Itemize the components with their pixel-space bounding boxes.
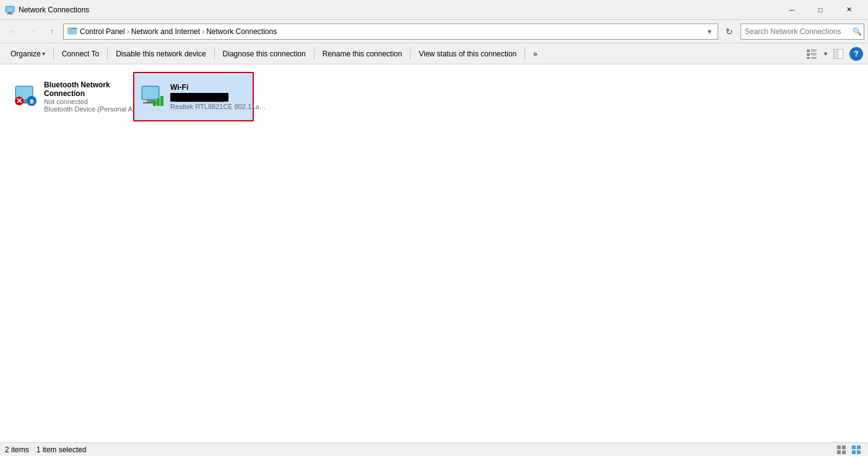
svg-rect-17 [834,50,838,58]
view-options-button[interactable] [803,46,820,62]
forward-button[interactable]: → [24,23,41,40]
connect-to-button[interactable]: Connect To [56,46,105,62]
view-options-chevron: ▾ [824,50,827,57]
address-path[interactable]: Control Panel › Network and Internet › N… [63,24,718,40]
svg-rect-11 [811,53,817,54]
rename-button[interactable]: Rename this connection [317,46,408,62]
toolbar-right: ▾ ? [803,46,863,62]
search-input[interactable] [740,24,864,40]
status-bar-right [835,443,863,457]
wifi-ssid-hidden: ██████████ [170,93,228,102]
diagnose-button[interactable]: Diagnose this connection [217,46,311,62]
svg-rect-2 [8,12,12,14]
svg-rect-10 [807,53,810,56]
toolbar-sep-4 [314,48,315,60]
app-icon [5,5,15,15]
svg-rect-33 [153,100,156,106]
address-bar: ← → ↑ Control Panel › Network and Intern… [0,20,868,43]
path-network-internet[interactable]: Network and Internet [131,27,200,36]
title-bar: Network Connections ─ □ ✕ [0,0,868,20]
refresh-button[interactable]: ↻ [721,24,738,40]
svg-rect-15 [811,58,817,59]
search-container: 🔍 [740,24,864,40]
bluetooth-connection-text: Bluetooth Network Connection Not connect… [44,81,140,113]
selected-label: 1 item selected [37,445,87,454]
svg-text:ʙ: ʙ [30,97,34,105]
svg-rect-8 [811,50,817,50]
wifi-name: Wi-Fi [170,83,266,92]
svg-rect-1 [6,7,14,12]
wifi-connection-item[interactable]: Wi-Fi ██████████ Realtek RTL8821CE 802.1… [133,72,254,121]
status-view-btn-2[interactable] [849,443,863,457]
items-count: 2 items [5,445,29,454]
svg-rect-31 [157,99,160,106]
toolbar: Organize ▾ Connect To Disable this netwo… [0,43,868,64]
bluetooth-name: Bluetooth Network Connection [44,81,140,98]
path-network-connections[interactable]: Network Connections [206,27,277,36]
main-content: ʙ ✕ Bluetooth Network Connection Not con… [0,64,868,442]
bluetooth-computer-icon: ʙ ✕ [13,85,39,108]
toolbar-sep-3 [214,48,215,60]
up-button[interactable]: ↑ [43,23,61,40]
back-button[interactable]: ← [4,23,21,40]
close-button[interactable]: ✕ [835,0,863,20]
svg-rect-12 [811,55,817,55]
status-view-btn-1[interactable] [835,443,848,457]
preview-pane-button[interactable] [830,46,847,62]
path-control-panel[interactable]: Control Panel [80,27,125,36]
svg-rect-37 [842,450,846,454]
minimize-button[interactable]: ─ [778,0,806,20]
svg-rect-13 [807,57,810,59]
bluetooth-device: Bluetooth Device (Personal Area ... [44,105,140,113]
svg-rect-9 [811,51,817,51]
organize-button[interactable]: Organize ▾ [5,46,51,62]
svg-rect-36 [837,450,841,454]
svg-rect-3 [7,14,13,14]
disable-button[interactable]: Disable this network device [110,46,211,62]
toolbar-sep-5 [410,48,410,60]
wifi-icon-area [139,84,165,109]
wifi-computer-icon [139,85,165,108]
view-status-button[interactable]: View status of this connection [413,46,522,62]
svg-rect-40 [852,450,856,454]
path-dropdown-icon[interactable]: ▾ [705,27,714,36]
svg-rect-18 [839,50,843,58]
search-icon[interactable]: 🔍 [853,27,862,36]
svg-text:✕: ✕ [16,97,22,105]
svg-rect-35 [842,445,846,449]
maximize-button[interactable]: □ [806,0,835,20]
svg-rect-6 [67,28,72,30]
svg-rect-32 [160,96,163,106]
connections-area: ʙ ✕ Bluetooth Network Connection Not con… [0,64,868,442]
toolbar-sep-6 [524,48,525,60]
window-controls: ─ □ ✕ [778,0,863,20]
svg-rect-34 [837,445,841,449]
svg-rect-38 [852,445,856,449]
path-icon [67,26,77,37]
wifi-connection-text: Wi-Fi ██████████ Realtek RTL8821CE 802.1… [170,83,266,110]
svg-rect-5 [67,29,77,34]
svg-rect-28 [142,87,158,99]
svg-rect-41 [857,450,861,454]
bluetooth-status: Not connected [44,98,140,105]
svg-rect-14 [811,57,817,58]
toolbar-sep-2 [107,48,108,60]
svg-rect-39 [857,445,861,449]
svg-rect-7 [807,50,810,52]
status-bar: 2 items 1 item selected [0,442,868,456]
window-title: Network Connections [19,6,778,14]
bluetooth-icon-area: ʙ ✕ [13,84,39,109]
more-button[interactable]: » [527,46,543,62]
wifi-device: Realtek RTL8821CE 802.11ac PCIe ... [170,103,266,110]
bluetooth-connection-item[interactable]: ʙ ✕ Bluetooth Network Connection Not con… [7,72,128,121]
help-button[interactable]: ? [849,47,863,61]
organize-chevron: ▾ [42,50,45,57]
toolbar-sep-1 [53,48,54,60]
